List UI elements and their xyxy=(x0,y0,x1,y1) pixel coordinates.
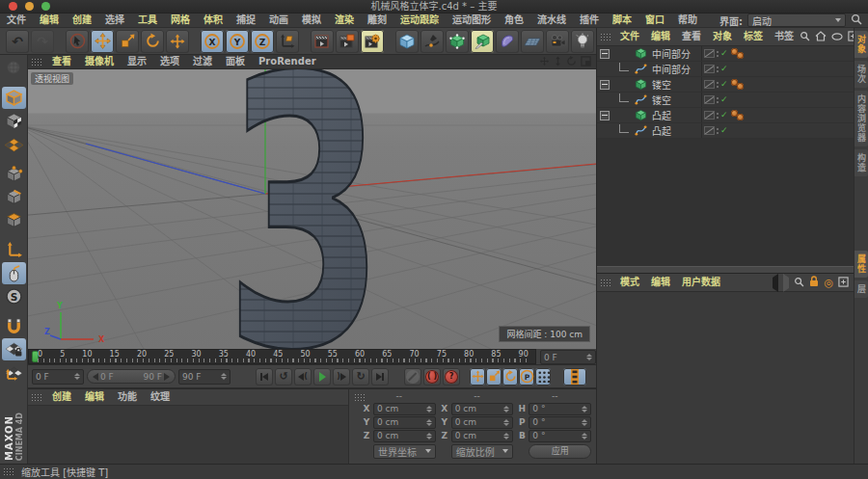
visibility-dots-icon[interactable] xyxy=(717,82,719,88)
apply-button[interactable]: 应用 xyxy=(529,444,591,459)
primitive-cube-button[interactable] xyxy=(395,30,419,53)
prev-key-button[interactable]: ↺ xyxy=(275,368,292,386)
tag-icon[interactable] xyxy=(737,52,744,59)
pan-view-icon[interactable] xyxy=(539,56,550,68)
layer-icon[interactable] xyxy=(704,49,715,58)
menu-item[interactable]: 网格 xyxy=(164,13,197,27)
collapse-icon[interactable] xyxy=(600,49,610,59)
stepper-icon[interactable] xyxy=(579,419,587,426)
menu-item[interactable]: 体积 xyxy=(197,13,230,27)
layer-icon[interactable] xyxy=(704,80,715,89)
object-list-empty-area[interactable] xyxy=(597,139,854,266)
object-name[interactable]: 凸起 xyxy=(652,108,671,122)
object-name[interactable]: 中间部分 xyxy=(652,62,691,76)
object-manager-menu-item[interactable]: 对象 xyxy=(707,30,738,43)
visibility-dots-icon[interactable] xyxy=(717,97,719,103)
object-name[interactable]: 镂空 xyxy=(652,93,671,107)
deformer-button[interactable] xyxy=(496,30,519,53)
object-manager-menu-item[interactable]: 文件 xyxy=(614,30,645,43)
key-rotation-button[interactable] xyxy=(502,368,518,386)
autokey-button[interactable]: ? xyxy=(443,368,460,386)
key-pla-button[interactable] xyxy=(535,368,551,386)
menu-item[interactable]: 工具 xyxy=(131,13,164,27)
menu-item[interactable]: 文件 xyxy=(0,13,33,27)
stepper-icon[interactable] xyxy=(423,419,432,426)
visibility-dots-icon[interactable] xyxy=(717,67,719,72)
menu-item[interactable]: 窗口 xyxy=(638,13,671,27)
goto-end-button[interactable] xyxy=(371,368,389,386)
lock-icon[interactable] xyxy=(809,276,819,289)
side-tab[interactable]: 构造 xyxy=(854,149,868,176)
light-button[interactable] xyxy=(571,30,594,53)
drag-handle-icon[interactable] xyxy=(600,279,611,287)
menu-item[interactable]: 流水线 xyxy=(530,13,573,27)
history-back-icon[interactable] xyxy=(773,278,778,288)
texture-mode-button[interactable] xyxy=(2,110,26,132)
object-manager-menu-item[interactable]: 书签 xyxy=(769,30,800,43)
tag-list[interactable] xyxy=(731,110,744,120)
menu-item[interactable]: 创建 xyxy=(66,13,98,27)
play-button[interactable] xyxy=(313,368,331,386)
attribute-menu-item[interactable]: 模式 xyxy=(614,276,645,289)
material-menu-item[interactable]: 纹理 xyxy=(144,390,176,404)
menu-item[interactable]: 编辑 xyxy=(33,13,66,27)
menu-item[interactable]: 捕捉 xyxy=(230,13,262,27)
make-editable-button[interactable] xyxy=(2,57,26,79)
lock-x-axis-button[interactable]: X xyxy=(201,30,224,53)
visibility-dots-icon[interactable] xyxy=(717,51,719,57)
tag-list[interactable] xyxy=(731,79,744,90)
stepper-icon[interactable] xyxy=(501,433,509,439)
viewport-menu-item[interactable]: 选项 xyxy=(153,55,186,68)
menu-item[interactable]: 运动跟踪 xyxy=(393,13,446,27)
viewport-menu-item[interactable]: 显示 xyxy=(121,55,153,68)
zoom-button[interactable] xyxy=(41,2,50,11)
render-settings-button[interactable] xyxy=(361,30,384,53)
drag-handle-icon[interactable] xyxy=(31,393,42,402)
snap-mouse-button[interactable] xyxy=(2,262,26,284)
start-frame-field[interactable]: 0 F xyxy=(32,369,84,385)
menu-item[interactable]: 动画 xyxy=(262,13,295,27)
workplane-mode-button[interactable] xyxy=(2,133,26,155)
drag-handle-icon[interactable] xyxy=(600,33,611,41)
model-mode-button[interactable] xyxy=(2,87,26,109)
viewport-menu-item[interactable]: 面板 xyxy=(219,55,252,68)
attribute-menu-item[interactable]: 编辑 xyxy=(645,276,676,289)
layer-icon[interactable] xyxy=(704,126,715,135)
panel-splitter[interactable] xyxy=(597,266,854,274)
stepper-icon[interactable] xyxy=(501,406,509,412)
search-icon[interactable] xyxy=(851,13,862,27)
visibility-toggles[interactable]: ✓ xyxy=(701,46,729,61)
coord-field[interactable]: 0 cm xyxy=(373,403,436,415)
tag-icon[interactable] xyxy=(737,83,744,90)
object-row[interactable]: 镂空 ✓ xyxy=(597,93,854,108)
enabled-check-icon[interactable]: ✓ xyxy=(720,49,728,58)
enabled-check-icon[interactable]: ✓ xyxy=(720,65,728,73)
key-scale-button[interactable] xyxy=(486,368,502,386)
render-region-button[interactable] xyxy=(336,30,359,53)
menu-item[interactable]: 雕刻 xyxy=(361,13,393,27)
side-tab[interactable]: 属性 xyxy=(854,251,868,278)
layer-icon[interactable] xyxy=(704,65,715,73)
object-name[interactable]: 凸起 xyxy=(652,123,671,138)
object-manager-menu-item[interactable]: 查看 xyxy=(676,30,707,43)
frame-range-slider[interactable]: 0 F 90 F xyxy=(87,369,176,384)
lock-z-axis-button[interactable]: Z xyxy=(251,30,274,53)
side-tab[interactable]: 场次 xyxy=(854,61,868,88)
coord-field[interactable]: 0 cm xyxy=(373,430,436,442)
search-icon[interactable] xyxy=(794,277,804,289)
coord-field[interactable]: 0 ° xyxy=(529,416,591,429)
material-menu-item[interactable]: 创建 xyxy=(45,390,78,404)
move-tool-button[interactable] xyxy=(91,30,114,53)
menu-item[interactable]: 渲染 xyxy=(328,13,361,27)
visibility-toggles[interactable]: ✓ xyxy=(701,108,729,122)
object-row[interactable]: 中间部分 ✓ xyxy=(597,46,854,62)
object-row[interactable]: 凸起 ✓ xyxy=(597,108,854,123)
redo-button[interactable]: ↷ xyxy=(31,30,54,53)
attribute-menu-item[interactable]: 用户数据 xyxy=(676,276,726,289)
viewport-menu-item[interactable]: 过滤 xyxy=(186,55,219,68)
rotate-tool-button[interactable] xyxy=(141,30,164,53)
enable-axis-button[interactable] xyxy=(2,239,26,261)
enabled-check-icon[interactable]: ✓ xyxy=(720,95,728,104)
scale-tool-button[interactable] xyxy=(116,30,139,53)
coord-field[interactable]: 0 cm xyxy=(373,416,436,429)
